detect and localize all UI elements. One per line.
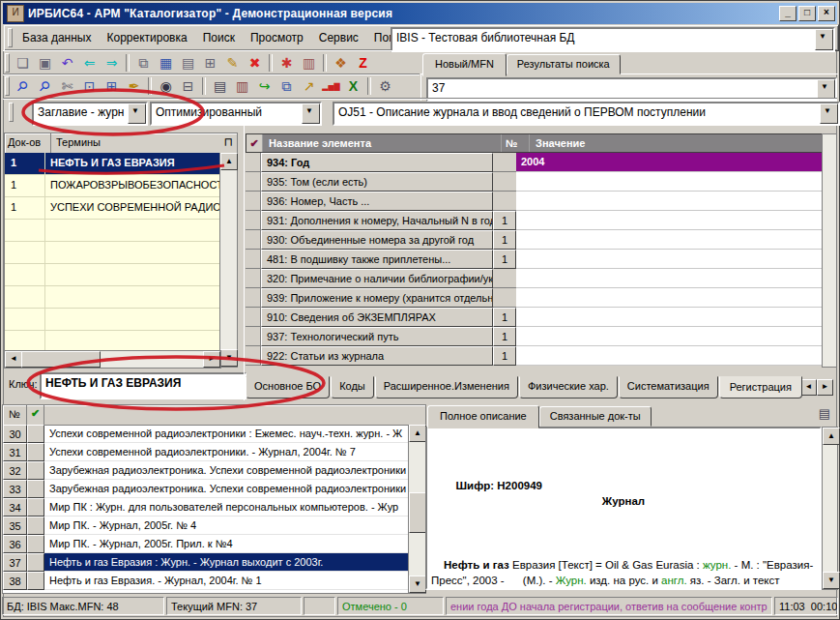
field-occurrence-button[interactable]: 1 [493,230,516,250]
doc-check-button[interactable]: ▥ [298,52,320,74]
worksheet-page-tab-4[interactable]: Физические хар. [519,376,618,399]
minimize-button[interactable]: _ [779,6,797,21]
field-occurrence-button[interactable]: 1 [493,308,516,327]
menu-item-4[interactable]: Просмотр [243,28,311,47]
worksheet-page-tab-2[interactable]: Коды [331,376,374,399]
clear-form-button[interactable]: ✒ [123,75,145,97]
scroll-up-icon[interactable]: ▲ [409,425,426,442]
delete-record-button[interactable]: ✖ [244,52,266,74]
result-mfn-button[interactable]: 37 [3,553,27,572]
scroll-up-icon[interactable]: ▲ [823,428,840,445]
menu-item-1[interactable]: База данных [14,28,99,47]
field-value-cell[interactable] [516,346,823,366]
tab-new-mfn[interactable]: Новый/MFN [422,53,507,76]
excel-button[interactable]: X [342,75,364,97]
field-row[interactable]: 935: Том (если есть) [246,172,823,192]
field-name-button[interactable]: 937: Технологический путь [261,327,493,346]
terms-col-terms[interactable]: Термины ⊓ [51,133,237,153]
view-record-button[interactable]: ◉ [155,75,177,97]
field-value-cell[interactable] [516,192,823,211]
scroll-right-icon[interactable]: ► [203,351,220,368]
field-row[interactable]: 931: Дополнения к номеру, Начальный N в … [246,211,823,230]
result-row[interactable]: 35Мир ПК. - Журнал, 2005г. № 4 [3,517,409,535]
new-record-button[interactable]: ❏ [12,52,34,74]
scroll-down-icon[interactable]: ▼ [409,576,426,593]
field-value-cell[interactable] [516,308,823,327]
worksheet-page-tab-5[interactable]: Систематизация [619,376,718,399]
result-row[interactable]: 33Зарубежная радиоэлектроника. Успехи со… [3,480,409,498]
toolbar-grip[interactable] [5,53,10,73]
field-name-button[interactable]: 481: В подшивку также приплетены... [261,250,493,269]
prev-record-button[interactable]: ⇐ [78,52,101,74]
result-mfn-button[interactable]: 34 [3,498,27,517]
tab-search-results[interactable]: Результаты поиска [507,54,621,74]
field-value-cell[interactable] [516,269,823,288]
result-row[interactable]: 30Успехи современной радиоэлектроники : … [3,425,409,443]
toolbar-grip[interactable] [9,103,14,122]
terms-col-docs[interactable]: Док-ов [5,133,51,153]
field-value-cell[interactable] [516,172,823,192]
scrollbar-thumb[interactable] [409,492,426,533]
result-check-cell[interactable] [27,443,44,461]
toolbar-grip[interactable] [5,76,10,96]
database-selector[interactable]: IBIS - Тестовая библиотечная БД [391,27,835,52]
field-name-button[interactable]: 931: Дополнения к номеру, Начальный N в … [261,211,493,230]
result-check-cell[interactable] [27,498,44,517]
result-check-cell[interactable] [27,425,44,443]
field-row[interactable]: 934: Год2004 [246,153,823,172]
statistics-button[interactable]: ▂▅▇ [320,75,342,97]
fields-grid-button[interactable]: ▦ [155,52,177,74]
field-row[interactable]: 936: Номер, Часть ... [246,192,823,211]
scroll-down-icon[interactable]: ▼ [220,349,238,367]
result-check-cell[interactable] [27,553,44,572]
print-preview-button[interactable]: ▥ [231,75,253,97]
maximize-button[interactable]: □ [798,6,816,21]
search-complex-button[interactable]: ✄ [56,75,78,97]
field-name-button[interactable]: 320: Примечание о наличии библиографии/у… [261,269,493,288]
print-description-icon[interactable]: ▤ [815,406,834,424]
key-input[interactable]: НЕФТЬ И ГАЗ ЕВРАЗИЯ [40,372,246,399]
copy-record-button[interactable]: ⧉ [275,75,298,97]
print-button[interactable]: ▤ [209,75,231,97]
result-check-cell[interactable] [27,480,44,498]
tab-full-description[interactable]: Полное описание [427,405,539,428]
results-scrollbar[interactable]: ▲ ▼ [408,425,425,593]
result-row[interactable]: 31Успехи современной радиоэлектроники. -… [3,443,409,461]
field-occurrence-button[interactable]: 1 [493,346,516,366]
result-mfn-button[interactable]: 38 [3,572,27,590]
menu-item-5[interactable]: Сервис [311,28,366,47]
field-name-button[interactable]: 922: Статьи из журнала [261,346,493,366]
terms-hscrollbar[interactable]: ◄ ► [4,350,221,369]
field-value-cell[interactable] [516,230,823,250]
field-occurrence-button[interactable]: 1 [493,327,516,346]
field-row[interactable]: 939: Приложение к номеру (хранится отдел… [246,288,823,308]
dropdown-arrow-icon[interactable] [820,103,838,124]
field-value-cell[interactable]: 2004 [516,153,823,172]
menu-item-3[interactable]: Поиск [195,28,243,47]
worksheet-page-tab-1[interactable]: Основное БО [246,376,330,399]
result-check-cell[interactable] [27,461,44,480]
dropdown-arrow-icon[interactable] [815,29,833,50]
term-row[interactable]: 1УСПЕХИ СОВРЕМЕННОЙ РАДИОЭ [5,197,220,220]
search-button[interactable]: ⚲ [12,75,34,97]
pin-icon[interactable]: ⊓ [224,135,233,149]
result-check-cell[interactable] [27,572,44,590]
field-occurrence-button[interactable]: 1 [493,211,516,230]
field-row[interactable]: 937: Технологический путь1 [246,327,823,346]
field-value-cell[interactable] [516,250,823,269]
check-all-icon[interactable]: ✔ [27,405,44,425]
result-mfn-button[interactable]: 32 [3,461,27,480]
editor-scroll-strip[interactable] [822,133,837,368]
result-mfn-button[interactable]: 33 [3,480,27,498]
result-mfn-button[interactable]: 36 [3,535,27,553]
field-name-button[interactable]: 939: Приложение к номеру (хранится отдел… [261,288,493,308]
upload-button[interactable]: ↗ [298,75,320,97]
new-from-copy-button[interactable]: ⧉ [132,52,155,74]
result-check-cell[interactable] [27,517,44,535]
next-record-button[interactable]: ⇒ [101,52,123,74]
toolbar-grip[interactable] [8,28,13,47]
field-row[interactable]: 930: Объединенные номера за другой год1 [246,230,823,250]
result-row[interactable]: 34Мир ПК : Журн. для пользователей персо… [3,498,409,517]
z39-mode-button[interactable]: Z [352,52,374,74]
worksheet-page-tab-6[interactable]: Регистрация [719,376,802,399]
